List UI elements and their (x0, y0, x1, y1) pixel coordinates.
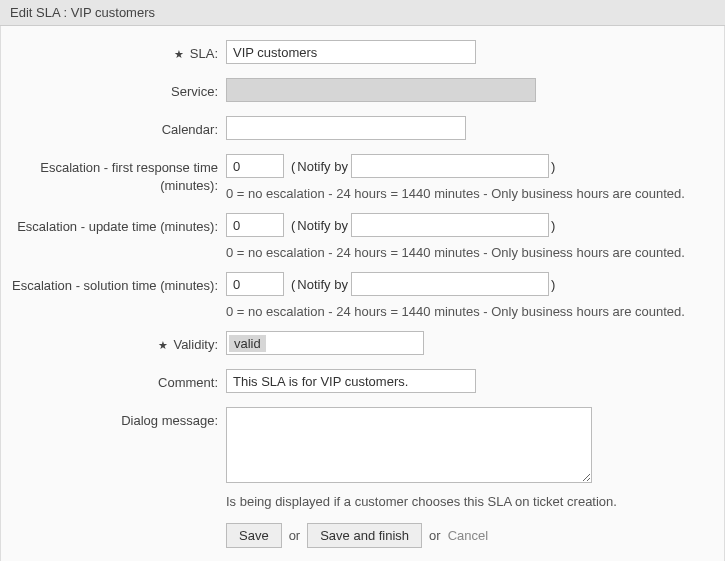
label-sla-text: SLA: (190, 46, 218, 61)
row-buttons: Save or Save and finish or Cancel (11, 523, 714, 548)
solution-time-notify-input[interactable] (351, 272, 549, 296)
page-title: Edit SLA : VIP customers (10, 5, 155, 20)
required-icon: ★ (174, 48, 184, 60)
value-update-time: ( Notify by ) 0 = no escalation - 24 hou… (226, 213, 714, 260)
edit-sla-form: ★ SLA: Service: Calendar: Escalation - f… (0, 26, 725, 561)
row-sla: ★ SLA: (11, 40, 714, 64)
validity-select-value: valid (229, 335, 266, 352)
first-response-input[interactable] (226, 154, 284, 178)
solution-time-hint: 0 = no escalation - 24 hours = 1440 minu… (226, 304, 714, 319)
value-solution-time: ( Notify by ) 0 = no escalation - 24 hou… (226, 272, 714, 319)
first-response-hint: 0 = no escalation - 24 hours = 1440 minu… (226, 186, 714, 201)
row-comment: Comment: (11, 369, 714, 393)
first-response-notify-input[interactable] (351, 154, 549, 178)
value-validity: valid (226, 331, 714, 355)
paren-open: ( (289, 218, 297, 233)
notify-by-label: Notify by (297, 277, 348, 292)
save-button[interactable]: Save (226, 523, 282, 548)
label-dialog-message: Dialog message: (11, 407, 226, 430)
cancel-link[interactable]: Cancel (448, 528, 488, 543)
label-update-time: Escalation - update time (minutes): (11, 213, 226, 236)
paren-open: ( (289, 159, 297, 174)
buttons-spacer (11, 523, 226, 528)
row-validity: ★ Validity: valid (11, 331, 714, 355)
validity-select[interactable]: valid (226, 331, 424, 355)
comment-input[interactable] (226, 369, 476, 393)
paren-close: ) (549, 159, 557, 174)
update-time-input[interactable] (226, 213, 284, 237)
solution-time-input[interactable] (226, 272, 284, 296)
dialog-message-textarea[interactable] (226, 407, 592, 483)
value-first-response: ( Notify by ) 0 = no escalation - 24 hou… (226, 154, 714, 201)
update-time-notify-input[interactable] (351, 213, 549, 237)
page-header: Edit SLA : VIP customers (0, 0, 725, 26)
notify-by-label: Notify by (297, 159, 348, 174)
notify-by-label: Notify by (297, 218, 348, 233)
row-service: Service: (11, 78, 714, 102)
required-icon: ★ (158, 339, 168, 351)
or-text-2: or (429, 528, 441, 543)
label-service: Service: (11, 78, 226, 101)
paren-close: ) (549, 277, 557, 292)
value-calendar (226, 116, 714, 140)
dialog-message-hint: Is being displayed if a customer chooses… (226, 494, 714, 509)
or-text-1: or (289, 528, 301, 543)
paren-open: ( (289, 277, 297, 292)
label-sla: ★ SLA: (11, 40, 226, 63)
save-and-finish-button[interactable]: Save and finish (307, 523, 422, 548)
sla-input[interactable] (226, 40, 476, 64)
update-time-hint: 0 = no escalation - 24 hours = 1440 minu… (226, 245, 714, 260)
label-first-response: Escalation - first response time (minute… (11, 154, 226, 194)
value-dialog-message: Is being displayed if a customer chooses… (226, 407, 714, 509)
paren-close: ) (549, 218, 557, 233)
action-buttons: Save or Save and finish or Cancel (226, 523, 714, 548)
row-update-time: Escalation - update time (minutes): ( No… (11, 213, 714, 260)
label-solution-time: Escalation - solution time (minutes): (11, 272, 226, 295)
value-service (226, 78, 714, 102)
row-first-response: Escalation - first response time (minute… (11, 154, 714, 201)
service-select[interactable] (226, 78, 536, 102)
label-comment: Comment: (11, 369, 226, 392)
value-comment (226, 369, 714, 393)
label-validity: ★ Validity: (11, 331, 226, 354)
row-solution-time: Escalation - solution time (minutes): ( … (11, 272, 714, 319)
value-sla (226, 40, 714, 64)
row-dialog-message: Dialog message: Is being displayed if a … (11, 407, 714, 509)
label-validity-text: Validity: (173, 337, 218, 352)
row-calendar: Calendar: (11, 116, 714, 140)
calendar-select[interactable] (226, 116, 466, 140)
label-calendar: Calendar: (11, 116, 226, 139)
